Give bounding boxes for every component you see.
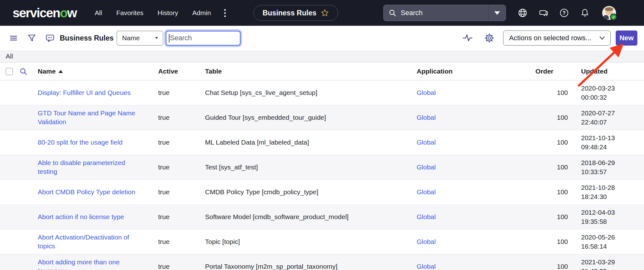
list-search-input[interactable]: Search [166, 31, 241, 46]
top-icon-buttons: ? [518, 8, 590, 18]
feedback-icon[interactable] [45, 33, 55, 43]
servicenow-app: servicenow All Favorites History Admin B… [0, 0, 644, 270]
cell-active: true [158, 114, 205, 121]
search-icon [388, 9, 397, 17]
application-link[interactable]: Global [417, 238, 436, 245]
nav-item-all[interactable]: All [95, 9, 102, 17]
filter-icon[interactable] [27, 33, 36, 43]
column-header-table[interactable]: Table [205, 68, 417, 75]
column-header-application[interactable]: Application [417, 68, 519, 75]
servicenow-logo[interactable]: servicenow [13, 6, 76, 20]
gear-icon[interactable] [484, 33, 494, 43]
search-scope-dropdown[interactable] [488, 5, 506, 21]
cell-table: Chat Setup [sys_cs_live_agent_setup] [205, 89, 417, 96]
cell-name: Able to disable parameterized testing [38, 158, 158, 176]
context-pill-business-rules[interactable]: Business Rules [253, 5, 338, 21]
column-header-active[interactable]: Active [158, 68, 205, 75]
logo-green-o: o [60, 6, 67, 20]
application-link[interactable]: Global [417, 263, 436, 270]
column-header-name-label: Name [38, 68, 56, 75]
table-body: Display: Fulfiller UI and Queues true Ch… [0, 80, 644, 270]
cell-active: true [158, 263, 205, 270]
logo-text-end: w [67, 6, 76, 20]
updated-date: 2020-03-23 [581, 84, 644, 93]
table-row[interactable]: GTD Tour Name and Page Name Validation t… [0, 105, 644, 130]
updated-date: 2020-07-27 [581, 108, 644, 118]
more-menu-icon[interactable] [224, 9, 226, 17]
nav-item-favorites[interactable]: Favorites [116, 9, 143, 17]
record-link[interactable]: 80-20 split for the usage field [38, 139, 123, 146]
bell-icon[interactable] [580, 8, 590, 18]
cell-updated: 2020-05-26 16:58:14 [568, 233, 644, 251]
updated-date: 2021-10-28 [581, 183, 644, 192]
global-search[interactable]: Search [383, 5, 506, 21]
favorite-star-icon[interactable] [321, 9, 329, 17]
table-row[interactable]: Abort action if no license type true Sof… [0, 205, 644, 229]
actions-on-rows-select[interactable]: Actions on selected rows... [503, 30, 611, 46]
select-all-checkbox[interactable] [6, 68, 13, 75]
cell-updated: 2021-10-13 09:48:24 [568, 133, 644, 152]
chevron-down-icon [494, 11, 500, 15]
cell-updated: 2018-06-29 10:33:57 [568, 158, 644, 177]
cell-active: true [158, 89, 205, 96]
cell-order: 100 [519, 213, 568, 221]
application-link[interactable]: Global [417, 188, 436, 196]
table-row[interactable]: Abort CMDB Policy Type deletion true CMD… [0, 180, 644, 205]
application-link[interactable]: Global [417, 139, 436, 146]
updated-time: 19:35:58 [581, 217, 644, 226]
table-row[interactable]: 80-20 split for the usage field true ML … [0, 130, 644, 155]
top-nav-menu: All Favorites History Admin [95, 9, 211, 17]
nav-item-admin[interactable]: Admin [192, 9, 211, 17]
updated-date: 2021-10-13 [581, 133, 644, 142]
column-header-updated[interactable]: Updated [568, 68, 644, 75]
column-header-name[interactable]: Name [38, 68, 158, 75]
application-link[interactable]: Global [417, 114, 436, 121]
search-field-select[interactable]: Name [117, 31, 163, 46]
updated-date: 2018-06-29 [581, 158, 644, 167]
help-icon[interactable]: ? [559, 8, 569, 18]
cell-name: Abort action if no license type [38, 212, 158, 221]
record-link[interactable]: Abort Activation/Deactivation of topics [38, 234, 129, 250]
cell-name: GTD Tour Name and Page Name Validation [38, 109, 158, 127]
list-context-menu-icon[interactable] [9, 33, 18, 43]
globe-icon[interactable] [518, 8, 527, 18]
cell-order: 100 [519, 238, 568, 245]
record-link[interactable]: Display: Fulfiller UI and Queues [38, 89, 130, 96]
record-link[interactable]: Abort CMDB Policy Type deletion [38, 188, 135, 196]
application-link[interactable]: Global [417, 163, 436, 171]
new-button[interactable]: New [616, 30, 637, 46]
cell-order: 100 [519, 114, 568, 121]
table-row[interactable]: Abort Activation/Deactivation of topics … [0, 229, 644, 254]
table-row[interactable]: Able to disable parameterized testing tr… [0, 155, 644, 180]
table-row[interactable]: Abort adding more than one taxonomy true… [0, 254, 644, 270]
cell-application: Global [417, 114, 519, 121]
record-link[interactable]: Able to disable parameterized testing [38, 159, 125, 175]
user-avatar[interactable] [602, 6, 616, 20]
cell-table: Software Model [cmdb_software_product_mo… [205, 213, 417, 221]
record-link[interactable]: GTD Tour Name and Page Name Validation [38, 109, 135, 125]
personalization-activity-icon[interactable] [462, 33, 473, 43]
cell-application: Global [417, 263, 519, 270]
record-link[interactable]: Abort action if no license type [38, 213, 124, 220]
breadcrumb-all[interactable]: All [6, 52, 13, 60]
cell-order: 100 [519, 89, 568, 96]
updated-time: 10:33:57 [581, 167, 644, 176]
application-link[interactable]: Global [417, 213, 436, 220]
svg-text:?: ? [563, 10, 566, 16]
updated-date: 2012-04-03 [581, 208, 644, 217]
list-toolbar: Business Rules Name Search [0, 26, 644, 50]
chat-icon[interactable] [539, 8, 548, 18]
column-search-icon[interactable] [19, 67, 28, 76]
updated-time: 01:40:25 [581, 267, 644, 270]
table-row[interactable]: Display: Fulfiller UI and Queues true Ch… [0, 80, 644, 105]
breadcrumb: All [0, 50, 644, 63]
updated-time: 09:48:24 [581, 142, 644, 152]
record-link[interactable]: Abort adding more than one taxonomy [38, 258, 119, 270]
search-field-value: Name [122, 34, 140, 42]
cell-active: true [158, 188, 205, 196]
cell-table: Topic [topic] [205, 238, 417, 245]
cell-name: Abort adding more than one taxonomy [38, 258, 158, 270]
application-link[interactable]: Global [417, 89, 436, 96]
column-header-order[interactable]: Order [519, 68, 568, 75]
nav-item-history[interactable]: History [158, 9, 178, 17]
